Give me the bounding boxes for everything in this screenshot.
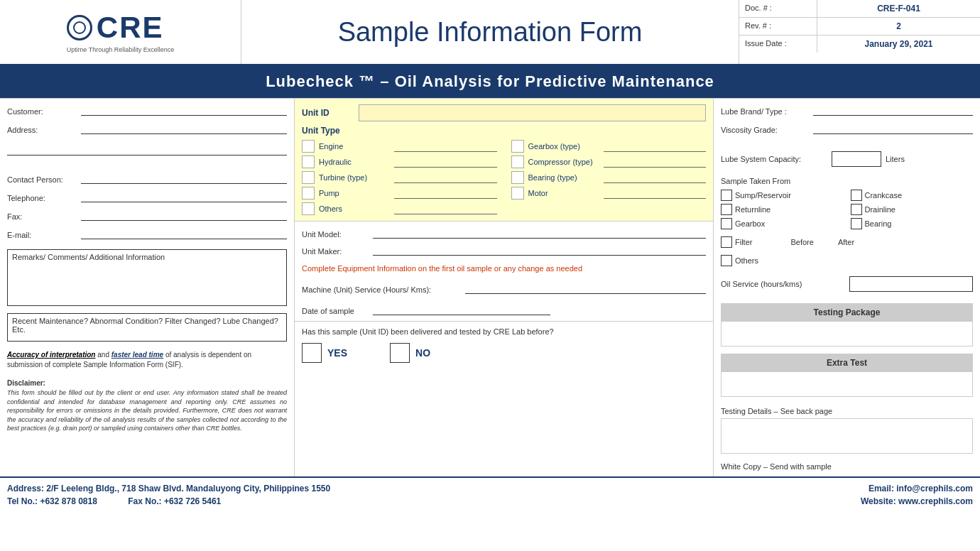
lube-brand-row: Lube Brand/ Type : (721, 104, 973, 116)
hydraulic-line[interactable] (394, 156, 497, 168)
issue-row: Issue Date : January 29, 2021 (739, 36, 980, 53)
compressor-checkbox[interactable] (511, 156, 524, 168)
doc-label: Doc. # : (739, 0, 817, 17)
extra-test-content[interactable] (722, 371, 972, 396)
after-label: After (838, 238, 854, 246)
unit-maker-input[interactable] (373, 244, 706, 256)
service-input[interactable] (465, 283, 706, 294)
others-line[interactable] (394, 203, 497, 214)
compressor-label: Compressor (type) (528, 158, 599, 166)
logo-text: CRE (97, 11, 164, 45)
drainline-checkbox[interactable] (851, 204, 862, 215)
sample-gearbox: Gearbox (721, 218, 844, 229)
pump-checkbox[interactable] (302, 187, 315, 200)
address-input[interactable] (81, 123, 287, 134)
turbine-checkbox[interactable] (302, 171, 315, 184)
customer-row: Customer: (7, 104, 287, 116)
page-title: Sample Information Form (338, 17, 643, 48)
returnline-label: Returnline (735, 205, 771, 214)
yellow-section: Unit ID Unit Type Engine Gearbox (type) (295, 99, 713, 222)
motor-checkbox[interactable] (511, 187, 524, 200)
footer-right: Email: info@crephils.com Website: www.cr… (861, 484, 973, 506)
viscosity-input[interactable] (813, 123, 973, 134)
filter-checkbox[interactable] (721, 236, 732, 248)
engine-line[interactable] (394, 141, 497, 152)
bearing-checkbox[interactable] (511, 171, 524, 184)
unit-type-label: Unit Type (302, 126, 706, 136)
crankcase-label: Crankcase (865, 191, 903, 200)
unit-model-label: Unit Model: (302, 230, 373, 239)
issue-value: January 29, 2021 (817, 36, 980, 53)
before-label: Before (790, 238, 813, 246)
header-title-section: Sample Information Form (241, 0, 739, 64)
logo-cre: CRE (67, 11, 174, 45)
yes-checkbox[interactable] (302, 343, 322, 363)
others-checkbox[interactable] (302, 202, 315, 215)
unit-id-input[interactable] (359, 104, 706, 121)
footer-tel: Tel No.: +632 878 0818 (7, 496, 97, 506)
unit-type-compressor: Compressor (type) (511, 156, 707, 168)
remarks-box[interactable]: Remarks/ Comments/ Additional Informatio… (7, 249, 287, 306)
no-checkbox[interactable] (390, 343, 410, 363)
sample-drainline: Drainline (851, 204, 974, 215)
filter-row: Filter Before After (721, 236, 973, 248)
customer-input[interactable] (81, 104, 287, 116)
delivered-section: Has this sample (Unit ID) been delivered… (295, 321, 713, 369)
rev-label: Rev. # : (739, 18, 817, 35)
others-label: Others (319, 204, 390, 213)
address-input-2[interactable] (7, 144, 287, 156)
testing-package-header: Testing Package (722, 304, 972, 321)
gearbox-sample-checkbox[interactable] (721, 218, 732, 229)
motor-line[interactable] (604, 187, 707, 199)
disclaimer-box: Disclaimer: This form should be filled o… (7, 378, 287, 433)
sump-checkbox[interactable] (721, 190, 732, 201)
turbine-line[interactable] (394, 172, 497, 183)
telephone-row: Telephone: (7, 191, 287, 202)
email-input[interactable] (81, 228, 287, 239)
bearing-sample-checkbox[interactable] (851, 218, 862, 229)
unit-type-others: Others (302, 202, 497, 215)
telephone-input[interactable] (81, 191, 287, 202)
lube-brand-input[interactable] (813, 104, 973, 116)
pump-line[interactable] (394, 187, 497, 199)
email-label: E-mail: (7, 231, 78, 239)
fax-input[interactable] (81, 209, 287, 221)
unit-model-row: Unit Model: (302, 227, 706, 239)
unit-type-gearbox: Gearbox (type) (511, 140, 707, 153)
fax-label: Fax: (7, 212, 78, 221)
sample-taken-title: Sample Taken From (721, 177, 973, 185)
crankcase-checkbox[interactable] (851, 190, 862, 201)
lube-system-input[interactable] (832, 151, 881, 167)
footer-address: Address: 2/F Leeleng Bldg., 718 Shaw Blv… (7, 484, 330, 493)
compressor-line[interactable] (604, 156, 707, 168)
testing-details-box[interactable] (721, 418, 973, 454)
returnline-checkbox[interactable] (721, 204, 732, 215)
oil-service-label: Oil Service (hours/kms) (721, 280, 845, 288)
footer-email: Email: info@crephils.com (861, 484, 973, 493)
oil-service-input[interactable] (849, 276, 973, 292)
date-input[interactable] (373, 304, 550, 315)
hydraulic-label: Hydraulic (319, 158, 390, 166)
unit-type-motor: Motor (511, 187, 707, 200)
delivered-question: Has this sample (Unit ID) been delivered… (302, 327, 706, 336)
testing-package-content[interactable] (722, 321, 972, 346)
engine-checkbox[interactable] (302, 140, 315, 153)
remarks-title: Remarks/ Comments/ Additional Informatio… (12, 253, 282, 261)
recent-box[interactable]: Recent Maintenance? Abnormal Condition? … (7, 313, 287, 342)
bearing-label: Bearing (type) (528, 173, 599, 182)
others-sample-checkbox[interactable] (721, 255, 732, 266)
hydraulic-checkbox[interactable] (302, 156, 315, 168)
engine-label: Engine (319, 142, 390, 151)
gearbox-line[interactable] (604, 141, 707, 152)
recent-text: Recent Maintenance? Abnormal Condition? … (12, 317, 282, 334)
lube-system-row: Lube System Capacity: Liters (721, 151, 973, 167)
unit-model-input[interactable] (373, 227, 706, 239)
bearing-line[interactable] (604, 172, 707, 183)
sample-bearing: Bearing (851, 218, 974, 229)
drainline-label: Drainline (865, 205, 895, 214)
contact-input[interactable] (81, 173, 287, 184)
unit-maker-row: Unit Maker: (302, 244, 706, 256)
lube-system-unit: Liters (886, 155, 905, 163)
accuracy-box: Accuracy of interpretation and faster le… (7, 350, 287, 370)
gearbox-checkbox[interactable] (511, 140, 524, 153)
